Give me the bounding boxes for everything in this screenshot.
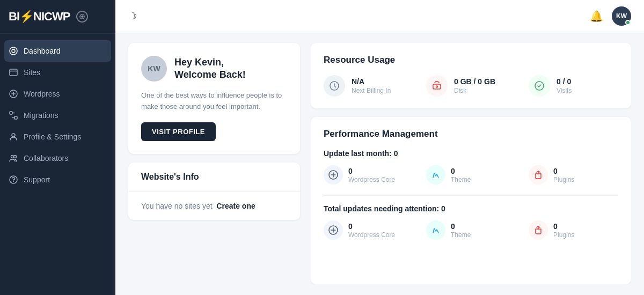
resource-billing: N/A Next Billing In (324, 75, 413, 97)
attention-wp-label: Wordpress Core (348, 231, 395, 239)
logo: BI⚡NICWP (0, 0, 115, 34)
topbar: ☽ 🔔 KW (115, 0, 644, 32)
main-content: ☽ 🔔 KW KW Hey Kevin, (115, 0, 644, 295)
dark-mode-toggle[interactable]: ☽ (128, 10, 137, 22)
svg-point-14 (13, 181, 14, 182)
websites-info-header: Website's Info (128, 163, 300, 192)
welcome-quote: One of the best ways to influence people… (141, 90, 287, 113)
welcome-text: Hey Kevin, Welcome Back! (174, 56, 246, 82)
wp-core-value: 0 (348, 167, 395, 175)
attention-theme-value: 0 (451, 222, 471, 231)
billing-icon (324, 75, 345, 97)
sidebar-item-label: Sites (24, 68, 40, 77)
wp-core-label: Wordpress Core (348, 176, 395, 183)
theme-info: 0 Theme (451, 167, 471, 183)
migrations-icon (9, 110, 18, 120)
notifications-bell[interactable]: 🔔 (590, 10, 603, 23)
sidebar-item-label: Migrations (24, 111, 58, 120)
theme-icon (426, 165, 445, 185)
attention-section: Total updates needing attention: 0 0 Wor… (324, 204, 618, 240)
user-avatar-large: KW (141, 56, 167, 82)
user-avatar-button[interactable]: KW (612, 6, 631, 26)
attention-plugins-value: 0 (553, 222, 574, 231)
attention-theme-info: 0 Theme (451, 222, 471, 239)
attention-theme-icon (426, 220, 445, 240)
last-month-grid: 0 Wordpress Core 0 Theme (324, 165, 618, 185)
attention-wp-icon (324, 220, 343, 240)
attention-plugin-icon (529, 220, 548, 240)
attention-plugins: 0 Plugins (529, 220, 618, 240)
support-icon (9, 175, 18, 185)
logo-add-icon[interactable] (76, 11, 88, 23)
topbar-left: ☽ (128, 10, 137, 22)
attention-label: Total updates needing attention: 0 (324, 204, 618, 213)
topbar-right: 🔔 KW (590, 6, 631, 26)
visits-info: 0 / 0 Visits (557, 77, 572, 94)
right-column: Resource Usage N/A Next Billing In (311, 43, 631, 284)
sidebar: BI⚡NICWP Dashboard Sites (0, 0, 115, 295)
resource-usage-card: Resource Usage N/A Next Billing In (311, 43, 631, 108)
visits-label: Visits (557, 87, 572, 94)
billing-value: N/A (352, 77, 391, 86)
billing-label: Next Billing In (352, 87, 391, 94)
visit-profile-button[interactable]: VISIT PROFILE (141, 122, 216, 141)
attention-wp-core: 0 Wordpress Core (324, 220, 413, 240)
online-status-dot (625, 20, 631, 25)
wp-core-icon (324, 165, 343, 185)
welcome-header: KW Hey Kevin, Welcome Back! (141, 56, 287, 82)
attention-plugins-label: Plugins (553, 231, 574, 239)
sidebar-item-wordpress[interactable]: Wordpress (0, 83, 115, 105)
left-column: KW Hey Kevin, Welcome Back! One of the b… (128, 43, 300, 284)
visits-icon (529, 75, 550, 97)
content-area: KW Hey Kevin, Welcome Back! One of the b… (115, 32, 644, 295)
no-sites-message: You have no sites yet Create one (141, 202, 287, 210)
attention-theme: 0 Theme (426, 220, 516, 240)
disk-value: 0 GB / 0 GB (454, 77, 495, 86)
disk-label: Disk (454, 87, 495, 94)
welcome-card: KW Hey Kevin, Welcome Back! One of the b… (128, 43, 300, 154)
attention-wp-value: 0 (348, 222, 395, 231)
billing-info: N/A Next Billing In (352, 77, 391, 94)
last-month-theme: 0 Theme (426, 165, 516, 185)
sidebar-item-profile[interactable]: Profile & Settings (0, 126, 115, 148)
plugin-icon (529, 165, 548, 185)
svg-point-10 (12, 134, 15, 137)
section-divider (324, 195, 618, 196)
performance-card: Performance Management Update last month… (311, 117, 631, 284)
plugins-label: Plugins (553, 176, 574, 183)
svg-rect-5 (10, 69, 17, 76)
profile-icon (9, 132, 18, 142)
attention-theme-label: Theme (451, 231, 471, 239)
websites-info-body: You have no sites yet Create one (128, 192, 300, 220)
user-initials: KW (616, 12, 627, 20)
avatar-initials: KW (148, 64, 160, 73)
sidebar-item-support[interactable]: Support (0, 169, 115, 190)
sidebar-item-label: Support (24, 175, 50, 184)
visits-value: 0 / 0 (557, 77, 572, 86)
last-month-plugins: 0 Plugins (529, 165, 618, 185)
disk-info: 0 GB / 0 GB Disk (454, 77, 495, 94)
websites-info-card: Website's Info You have no sites yet Cre… (128, 163, 300, 220)
theme-value: 0 (451, 167, 471, 175)
plugins-value: 0 (553, 167, 574, 175)
sites-icon (9, 68, 18, 77)
welcome-heading: Hey Kevin, Welcome Back! (174, 56, 246, 82)
resource-disk: 0 GB / 0 GB Disk (426, 75, 516, 97)
svg-point-17 (436, 86, 438, 87)
attention-grid: 0 Wordpress Core 0 Theme (324, 220, 618, 240)
dashboard-icon (9, 46, 18, 56)
sidebar-item-label: Collaborators (24, 154, 68, 163)
sidebar-item-migrations[interactable]: Migrations (0, 105, 115, 126)
last-month-wp-core: 0 Wordpress Core (324, 165, 413, 185)
create-site-link[interactable]: Create one (216, 202, 255, 210)
sidebar-item-sites[interactable]: Sites (0, 62, 115, 83)
theme-label: Theme (451, 176, 471, 183)
collaborators-icon (9, 153, 18, 163)
last-month-label: Update last month: 0 (324, 149, 618, 158)
svg-rect-16 (433, 84, 441, 89)
websites-info-title: Website's Info (141, 172, 287, 182)
attention-wp-info: 0 Wordpress Core (348, 222, 395, 239)
sidebar-item-dashboard[interactable]: Dashboard (4, 40, 111, 62)
disk-icon (426, 75, 448, 97)
sidebar-item-collaborators[interactable]: Collaborators (0, 148, 115, 169)
